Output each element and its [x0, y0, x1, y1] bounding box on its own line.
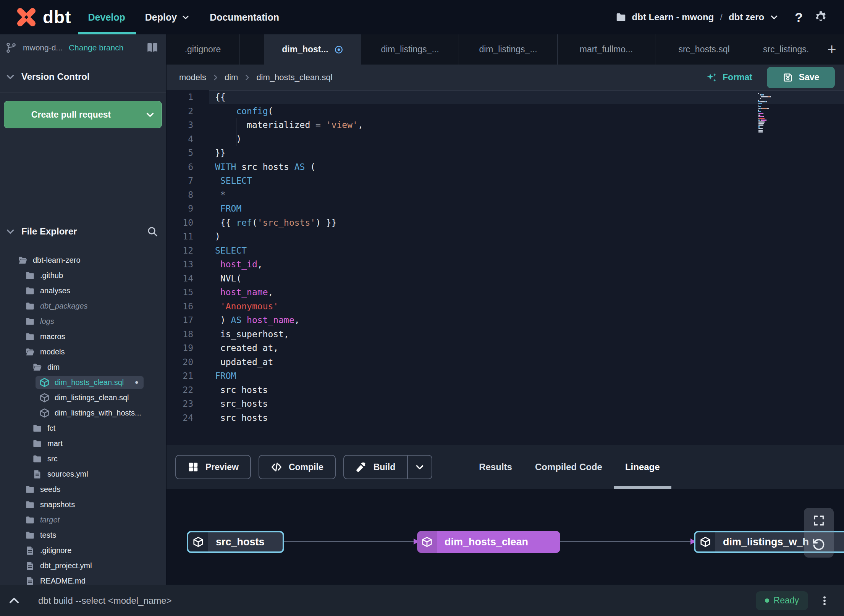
file-tree-item-seeds[interactable]: seeds — [0, 482, 166, 497]
help-button[interactable]: ? — [795, 10, 803, 25]
lineage-node-src-hosts[interactable]: src_hosts — [187, 531, 284, 553]
line-number: 11 — [167, 230, 193, 244]
search-icon[interactable] — [147, 226, 158, 237]
code-line[interactable]: 8 * — [167, 188, 844, 202]
code-line[interactable]: 14 NVL( — [167, 272, 844, 286]
line-number: 2 — [167, 104, 193, 118]
project-selector[interactable]: dbt Learn - mwong / dbt zero — [615, 11, 779, 23]
code-line[interactable]: 3 materialized = 'view', — [167, 118, 844, 132]
new-tab-button[interactable]: + — [819, 34, 844, 65]
code-line[interactable]: 23 src_hosts — [167, 397, 844, 411]
file-tree-item-dbt-packages[interactable]: dbt_packages — [0, 298, 166, 314]
editor-tab-dim-host[interactable]: dim_host... — [264, 34, 361, 65]
file-tree-item-src[interactable]: src — [0, 451, 166, 466]
file-tree-item-dbt-learn-zero[interactable]: dbt-learn-zero — [0, 252, 166, 268]
editor-tab-src-listings[interactable]: src_listings. — [753, 34, 819, 65]
code-token: AS — [231, 315, 242, 325]
code-line[interactable]: 22 src_hosts — [167, 383, 844, 397]
fullscreen-icon[interactable] — [812, 514, 825, 527]
code-line[interactable]: 9 FROM — [167, 202, 844, 216]
code-line[interactable]: 4 ) — [167, 132, 844, 146]
file-tree-item-target[interactable]: target — [0, 512, 166, 527]
panel-tab-results[interactable]: Results — [467, 445, 524, 489]
breadcrumb-item-dim-hosts-clean-sql[interactable]: dim_hosts_clean.sql — [256, 73, 332, 82]
lineage-canvas[interactable]: src_hostsdim_hosts_cleandim_listings_w_h — [167, 489, 844, 585]
code-token — [215, 259, 220, 269]
file-tree-item-dim-listings-clean-sql[interactable]: dim_listings_clean.sql — [0, 390, 166, 405]
command-text[interactable]: dbt build --select <model_name> — [38, 595, 172, 606]
file-tree-item-dim-listings-with-hosts[interactable]: dim_listings_with_hosts... — [0, 405, 166, 420]
nav-item-develop[interactable]: Develop — [88, 0, 125, 34]
code-line[interactable]: 16 'Anonymous' — [167, 299, 844, 314]
build-button[interactable]: Build — [343, 455, 433, 479]
lineage-node-label: src_hosts — [208, 532, 272, 551]
preview-button[interactable]: Preview — [175, 455, 251, 479]
file-tree-item-tests[interactable]: tests — [0, 527, 166, 543]
file-tree-item-readme-md[interactable]: README.md — [0, 573, 166, 585]
file-tree-item-sources-yml[interactable]: sources.yml — [0, 466, 166, 482]
file-tree-item-analyses[interactable]: analyses — [0, 283, 166, 298]
code-line[interactable]: 19 created_at, — [167, 341, 844, 355]
compile-button[interactable]: Compile — [259, 455, 336, 479]
editor-tab-gitignore[interactable]: .gitignore — [167, 34, 239, 65]
code-line[interactable]: 21FROM — [167, 369, 844, 383]
code-line[interactable]: 13 host_id, — [167, 257, 844, 272]
format-button[interactable]: Format — [706, 72, 752, 83]
pr-dropdown-toggle[interactable] — [138, 101, 162, 128]
nav-item-deploy[interactable]: Deploy — [145, 0, 190, 34]
editor-tab-dim-listings[interactable]: dim_listings_... — [459, 34, 558, 65]
lineage-node-dim-hosts-clean[interactable]: dim_hosts_clean — [417, 531, 560, 553]
editor-tab-src-hosts-sql[interactable]: src_hosts.sql — [655, 34, 753, 65]
panel-tab-compiled-code[interactable]: Compiled Code — [524, 445, 614, 489]
create-pull-request-button[interactable]: Create pull request — [4, 101, 162, 128]
docs-book-icon[interactable] — [146, 41, 159, 54]
code-line[interactable]: 18 is_superhost, — [167, 327, 844, 341]
build-dropdown-toggle[interactable] — [407, 456, 432, 479]
file-tree-item-logs[interactable]: logs — [0, 314, 166, 329]
file-tree-item-mart[interactable]: mart — [0, 436, 166, 451]
dbt-logo[interactable]: dbt — [0, 0, 71, 34]
code-line[interactable]: 11) — [167, 230, 844, 244]
file-tree-item-dim-hosts-clean-sql[interactable]: dim_hosts_clean.sql• — [0, 375, 166, 390]
version-control-header[interactable]: Version Control — [0, 61, 166, 92]
file-tree-item-dim[interactable]: dim — [0, 359, 166, 375]
code-line[interactable]: 17 ) AS host_name, — [167, 313, 844, 327]
code-line[interactable]: 2 config( — [167, 104, 844, 118]
breadcrumb-item-models[interactable]: models — [179, 73, 206, 82]
code-line[interactable]: 24 src_hosts — [167, 411, 844, 425]
code-line[interactable]: 20 updated_at — [167, 355, 844, 369]
change-branch-link[interactable]: Change branch — [69, 43, 124, 52]
chevron-down-icon — [181, 13, 190, 21]
indent-guide — [217, 272, 217, 286]
code-line[interactable]: 1{{ — [167, 90, 844, 104]
code-line[interactable]: 7 SELECT — [167, 174, 844, 188]
editor-minimap[interactable] — [758, 93, 778, 133]
gear-icon[interactable] — [813, 10, 828, 24]
code-line[interactable]: 10 {{ ref('src_hosts') }} — [167, 216, 844, 230]
chevron-up-icon[interactable] — [8, 594, 21, 607]
refresh-icon[interactable] — [812, 538, 826, 551]
file-tree-item-gitignore[interactable]: .gitignore — [0, 543, 166, 558]
panel-tab-lineage[interactable]: Lineage — [614, 445, 671, 489]
code-line[interactable]: 5}} — [167, 146, 844, 160]
editor-tab-mart-fullmo[interactable]: mart_fullmo... — [558, 34, 655, 65]
file-tree-item-dbt-project-yml[interactable]: dbt_project.yml — [0, 558, 166, 573]
editor-tab-dim-listings[interactable]: dim_listings_... — [361, 34, 459, 65]
code-editor[interactable]: 1{{2 config(3 materialized = 'view',4 )5… — [167, 90, 844, 445]
save-button[interactable]: Save — [767, 67, 835, 88]
code-line[interactable]: 15 host_name, — [167, 285, 844, 299]
code-token: host_id — [220, 259, 257, 269]
nav-item-documentation[interactable]: Documentation — [210, 0, 279, 34]
file-tree-item-models[interactable]: models — [0, 344, 166, 359]
file-explorer-header[interactable]: File Explorer — [0, 216, 166, 247]
code-line[interactable]: 6WITH src_hosts AS ( — [167, 160, 844, 174]
breadcrumb-item-dim[interactable]: dim — [225, 73, 238, 82]
kebab-menu-icon[interactable] — [819, 595, 830, 606]
code-line[interactable]: 12SELECT — [167, 244, 844, 258]
file-tree-item-snapshots[interactable]: snapshots — [0, 497, 166, 512]
model-icon — [39, 377, 50, 388]
file-tree-item-fct[interactable]: fct — [0, 420, 166, 436]
file-tree-item-github[interactable]: .github — [0, 268, 166, 283]
lineage-controls — [804, 508, 834, 558]
file-tree-item-macros[interactable]: macros — [0, 329, 166, 344]
